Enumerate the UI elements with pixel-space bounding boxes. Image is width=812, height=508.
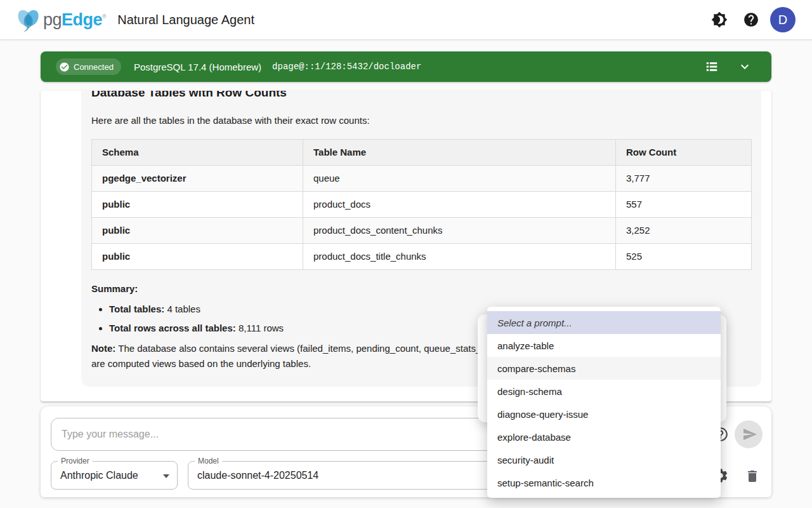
page-title: Natural Language Agent: [117, 13, 254, 27]
prompt-select-menu: Select a prompt... analyze-table compare…: [487, 307, 721, 498]
trash-icon: [745, 469, 760, 484]
table-row: public product_docs_content_chunks 3,252: [92, 218, 752, 244]
message-heading: Database Tables with Row Counts: [91, 91, 751, 101]
prompt-option[interactable]: diagnose-query-issue: [487, 403, 721, 425]
cell-schema: public: [92, 192, 303, 218]
cell-row-count: 557: [616, 192, 752, 218]
cell-schema: public: [92, 244, 303, 270]
message-intro: Here are all the tables in the database …: [91, 114, 751, 128]
dark-mode-icon: [711, 11, 728, 28]
cell-row-count: 525: [616, 244, 752, 270]
connection-status-chip: Connected: [56, 58, 121, 75]
cell-row-count: 3,777: [616, 166, 752, 192]
row-counts-table: Schema Table Name Row Count pgedge_vecto…: [91, 139, 752, 270]
summary-label: Summary:: [91, 281, 751, 297]
chevron-down-icon: [737, 59, 752, 74]
cell-schema: pgedge_vectorizer: [92, 166, 303, 192]
connection-bar: Connected PostgreSQL 17.4 (Homebrew) dpa…: [41, 51, 771, 82]
logo-text: pgEdge®: [43, 10, 106, 30]
list-icon: [705, 60, 719, 74]
cell-table-name: product_docs_content_chunks: [303, 218, 616, 244]
prompt-option-placeholder[interactable]: Select a prompt...: [487, 311, 721, 334]
model-value: claude-sonnet-4-20250514: [197, 462, 318, 489]
col-header-row-count: Row Count: [616, 140, 752, 166]
avatar-initial: D: [778, 13, 787, 27]
prompt-option[interactable]: compare-schemas: [487, 357, 721, 380]
prompt-option[interactable]: security-audit: [487, 448, 721, 471]
col-header-schema: Schema: [92, 140, 303, 166]
caret-down-icon: [163, 474, 169, 478]
send-button[interactable]: [735, 420, 763, 448]
server-version-label: PostgreSQL 17.4 (Homebrew): [134, 62, 261, 72]
cell-table-name: product_docs_title_chunks: [303, 244, 616, 270]
app-header: pgEdge® Natural Language Agent D: [0, 0, 812, 40]
clear-chat-button[interactable]: [743, 467, 761, 485]
table-row: pgedge_vectorizer queue 3,777: [92, 166, 752, 192]
prompt-option[interactable]: setup-semantic-search: [487, 471, 721, 494]
connection-string: dpage@::1/128:5432/docloader: [272, 62, 421, 72]
theme-toggle-button[interactable]: [707, 7, 732, 32]
cell-row-count: 3,252: [616, 218, 752, 244]
cell-schema: public: [92, 218, 303, 244]
col-header-table-name: Table Name: [303, 140, 616, 166]
prompt-option[interactable]: design-schema: [487, 380, 721, 403]
help-icon: [743, 11, 759, 28]
check-circle-icon: [59, 62, 70, 72]
connection-expand-button[interactable]: [733, 55, 756, 78]
provider-select[interactable]: Provider Anthropic Claude: [51, 461, 178, 490]
connection-status-label: Connected: [74, 62, 114, 72]
cell-table-name: queue: [303, 166, 616, 192]
pgedge-logo: pgEdge®: [15, 6, 106, 33]
table-row: public product_docs 557: [92, 192, 752, 218]
connection-details-button[interactable]: [700, 55, 723, 78]
prompt-option[interactable]: analyze-table: [487, 334, 721, 357]
prompt-option[interactable]: explore-database: [487, 425, 721, 448]
user-avatar[interactable]: D: [770, 7, 796, 32]
cell-table-name: product_docs: [303, 192, 616, 218]
help-button[interactable]: [738, 7, 764, 32]
send-icon: [742, 427, 757, 442]
provider-value: Anthropic Claude: [60, 462, 138, 489]
table-header-row: Schema Table Name Row Count: [92, 140, 752, 166]
pgedge-heart-icon: [15, 6, 42, 33]
table-row: public product_docs_title_chunks 525: [92, 244, 752, 270]
